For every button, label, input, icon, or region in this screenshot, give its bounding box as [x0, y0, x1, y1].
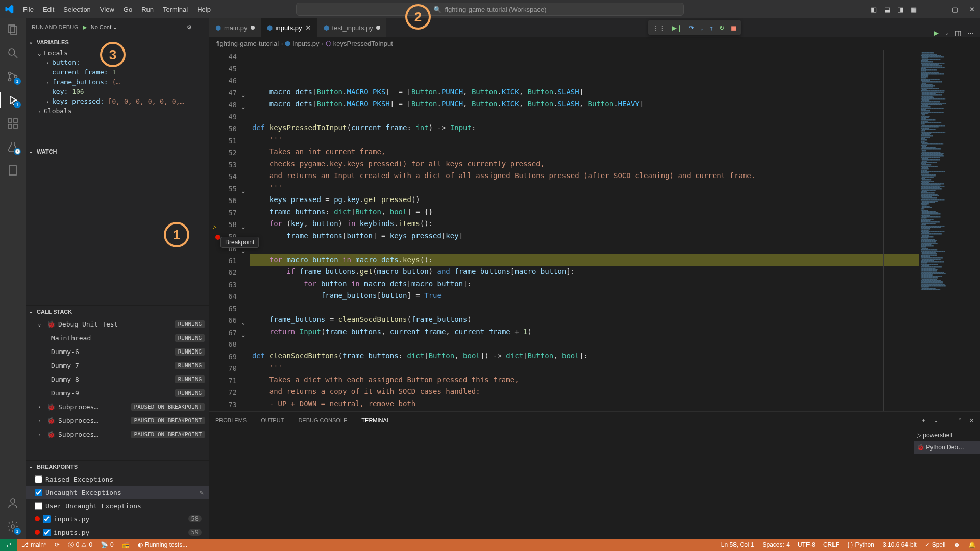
menu-view[interactable]: View	[96, 4, 118, 15]
minimize-icon[interactable]: ―	[934, 6, 941, 13]
editor-body[interactable]: 44454647⌄48⌄49505152535455⌄565758⌄▷5960⌄…	[209, 50, 980, 411]
bookmark-icon[interactable]	[6, 163, 20, 178]
tab-main.py[interactable]: ⬢main.py	[209, 18, 261, 37]
panel-tab-debug console[interactable]: DEBUG CONSOLE	[297, 414, 348, 427]
debug-config-dropdown[interactable]: No Conf ⌄	[91, 24, 117, 31]
thread-Dummy-6[interactable]: Dummy-6RUNNING	[26, 345, 209, 359]
problems[interactable]: ⓧ 0 ⚠ 0	[64, 539, 96, 551]
var-keys_pressed[interactable]: ›keys_pressed: [0, 0, 0, 0, 0, 0,…	[26, 96, 209, 106]
panel-close-icon[interactable]: ✕	[969, 417, 974, 424]
var-button[interactable]: ›button:	[26, 58, 209, 67]
step-out-icon[interactable]: ↑	[710, 24, 714, 32]
lang[interactable]: { } Python	[843, 541, 878, 548]
maximize-icon[interactable]: ▢	[952, 6, 958, 13]
bp-file[interactable]: inputs.py59	[26, 525, 209, 539]
step-into-icon[interactable]: ↓	[700, 24, 704, 32]
pyversion[interactable]: 3.10.6 64-bit	[878, 541, 921, 548]
watch-header[interactable]: ⌄WATCH	[26, 145, 209, 157]
stop-icon[interactable]: ◼	[731, 24, 737, 32]
debug-session[interactable]: ⌄🐞Debug Unit Test RUNNING	[26, 317, 209, 331]
bp-raised[interactable]: Raised Exceptions	[26, 472, 209, 486]
live[interactable]: 📻	[118, 539, 134, 551]
explorer-icon[interactable]	[6, 22, 20, 37]
ports[interactable]: 📡 0	[96, 539, 118, 551]
branch[interactable]: ⎇ main*	[17, 539, 51, 551]
encoding[interactable]: UTF-8	[794, 541, 819, 548]
remote-icon[interactable]: ⇄	[0, 539, 17, 551]
restart-icon[interactable]: ↻	[719, 24, 725, 32]
more-icon[interactable]: ⋯	[197, 24, 203, 31]
continue-icon[interactable]: ▶❘	[672, 24, 682, 32]
spell[interactable]: ✓ Spell	[921, 541, 950, 548]
breakpoints-header[interactable]: ⌄BREAKPOINTS	[26, 460, 209, 472]
layout-right-icon[interactable]: ◨	[897, 6, 903, 13]
bc-file[interactable]: inputs.py	[292, 40, 319, 47]
accounts-icon[interactable]	[6, 496, 20, 510]
running-tests[interactable]: ◐ Running tests...	[134, 539, 191, 551]
step-over-icon[interactable]: ↷	[689, 24, 694, 32]
command-center[interactable]: 🔍 fighting-game-tutorial (Workspace)	[296, 3, 684, 16]
panel-more-icon[interactable]: ⋯	[945, 417, 950, 424]
thread-Dummy-8[interactable]: Dummy-8RUNNING	[26, 372, 209, 386]
thread-Subproces…[interactable]: ›🐞Subproces…PAUSED ON BREAKPOINT	[26, 414, 209, 428]
menu-selection[interactable]: Selection	[59, 4, 94, 15]
layout-left-icon[interactable]: ◧	[871, 6, 877, 13]
bp-file[interactable]: inputs.py58	[26, 512, 209, 525]
search-icon[interactable]	[6, 46, 20, 60]
tab-test_inputs.py[interactable]: ⬢test_inputs.py	[317, 18, 386, 37]
panel-tab-output[interactable]: OUTPUT	[260, 414, 285, 427]
callstack-header[interactable]: ⌄CALL STACK	[26, 305, 209, 317]
settings-gear-icon[interactable]: 1	[6, 519, 20, 534]
bp-user-uncaught[interactable]: User Uncaught Exceptions	[26, 499, 209, 512]
scm-icon[interactable]: 1	[6, 69, 20, 84]
panel-tab-terminal[interactable]: TERMINAL	[360, 414, 391, 427]
minimap[interactable]: █████████████████ █████████████████████ …	[919, 50, 980, 411]
start-debug-icon[interactable]: ▶	[83, 24, 87, 31]
thread-MainThread[interactable]: MainThreadRUNNING	[26, 331, 209, 345]
menu-go[interactable]: Go	[119, 4, 136, 15]
feedback-icon[interactable]: ☻	[949, 541, 964, 548]
cursor-pos[interactable]: Ln 58, Col 1	[717, 541, 758, 548]
new-terminal-icon[interactable]: ＋	[921, 417, 926, 424]
bell-icon[interactable]: 🔔	[964, 541, 980, 548]
extensions-icon[interactable]	[6, 116, 20, 131]
debug-icon[interactable]: 1	[6, 93, 20, 107]
menu-terminal[interactable]: Terminal	[159, 4, 192, 15]
tab-inputs.py[interactable]: ⬢inputs.py✕	[261, 18, 317, 37]
gear-icon[interactable]: ⚙	[187, 24, 192, 31]
menu-help[interactable]: Help	[193, 4, 215, 15]
breadcrumb[interactable]: fighting-game-tutorial › ⬢ inputs.py › ⬡…	[209, 37, 980, 50]
bc-symbol[interactable]: keysPressedToInput	[333, 40, 393, 47]
locals-scope[interactable]: ⌄Locals	[26, 48, 209, 58]
variables-header[interactable]: ⌄VARIABLES	[26, 36, 209, 48]
drag-grip-icon[interactable]: ⋮⋮	[652, 24, 666, 32]
run-file-icon[interactable]: ▶	[934, 29, 939, 37]
menu-file[interactable]: File	[19, 4, 38, 15]
eol[interactable]: CRLF	[819, 541, 843, 548]
panel-tab-problems[interactable]: PROBLEMS	[214, 414, 248, 427]
thread-Subproces…[interactable]: ›🐞Subproces…PAUSED ON BREAKPOINT	[26, 400, 209, 414]
thread-Subproces…[interactable]: ›🐞Subproces…PAUSED ON BREAKPOINT	[26, 428, 209, 441]
split-editor-icon[interactable]: ◫	[955, 29, 961, 37]
thread-Dummy-7[interactable]: Dummy-7RUNNING	[26, 359, 209, 372]
panel-max-icon[interactable]: ⌃	[958, 417, 962, 424]
layout-grid-icon[interactable]: ▦	[911, 6, 917, 13]
menu-run[interactable]: Run	[137, 4, 158, 15]
var-frame_buttons[interactable]: ›frame_buttons: {…	[26, 77, 209, 87]
bc-folder[interactable]: fighting-game-tutorial	[216, 40, 279, 47]
gutter[interactable]: 44454647⌄48⌄49505152535455⌄565758⌄▷5960⌄…	[209, 50, 250, 411]
spaces[interactable]: Spaces: 4	[758, 541, 794, 548]
sync[interactable]: ⟳	[51, 539, 64, 551]
var-current_frame[interactable]: current_frame: 1	[26, 67, 209, 77]
terminal-powershell[interactable]: ▷ powershell	[914, 429, 980, 441]
debug-toolbar[interactable]: ⋮⋮ ▶❘ ↷ ↓ ↑ ↻ ◼	[648, 20, 741, 35]
thread-Dummy-9[interactable]: Dummy-9RUNNING	[26, 386, 209, 400]
terminal-Python Deb…[interactable]: 🐞 Python Deb…	[914, 441, 980, 454]
code-area[interactable]: macro_defs[Button.MACRO_PKS] = [Button.P…	[250, 50, 919, 411]
globals-scope[interactable]: ›Globals	[26, 106, 209, 116]
var-key[interactable]: key: 106	[26, 87, 209, 96]
testing-icon[interactable]: 🕓	[6, 140, 20, 154]
tab-more-icon[interactable]: ⋯	[967, 29, 974, 37]
terminal-body[interactable]: ▷ powershell🐞 Python Deb…	[209, 429, 980, 539]
layout-bottom-icon[interactable]: ⬓	[884, 6, 890, 13]
